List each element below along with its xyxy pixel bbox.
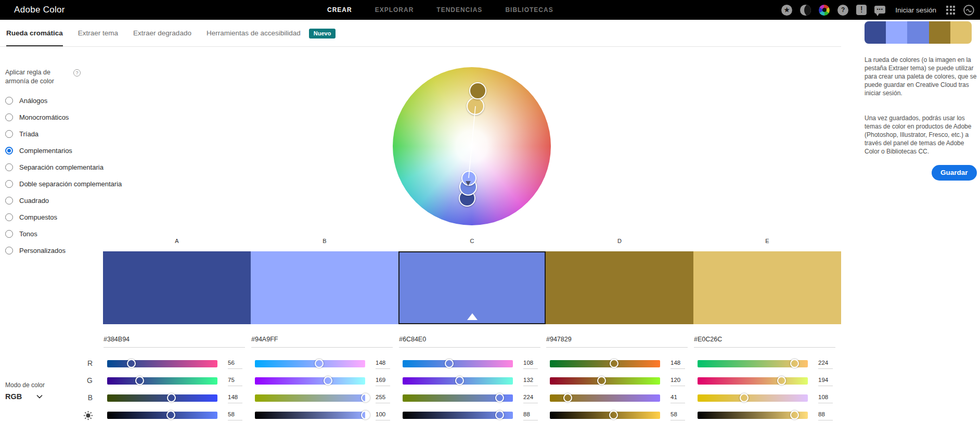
chat-icon[interactable]: ••• xyxy=(874,6,885,14)
harmony-option-separaci-n-complementaria[interactable]: Separación complementaria xyxy=(5,159,122,175)
brightness-slider-handle-A[interactable] xyxy=(166,411,175,419)
app-title[interactable]: Adobe Color xyxy=(14,0,65,20)
brightness-slider-C[interactable] xyxy=(403,412,513,419)
blue-slider-E[interactable] xyxy=(698,394,808,402)
nav-item-tendencias[interactable]: TENDENCIAS xyxy=(436,6,482,14)
radio-button[interactable] xyxy=(5,147,13,155)
red-slider-handle-A[interactable] xyxy=(127,359,136,368)
radio-button[interactable] xyxy=(5,213,13,221)
red-value-C[interactable]: 108 xyxy=(523,360,538,369)
blue-value-E[interactable]: 108 xyxy=(818,394,833,403)
blue-slider-handle-A[interactable] xyxy=(167,393,176,402)
red-slider-A[interactable] xyxy=(107,360,217,367)
brightness-value-B[interactable]: 100 xyxy=(376,411,390,420)
green-slider-handle-D[interactable] xyxy=(597,376,606,385)
color-wheel[interactable] xyxy=(393,67,551,225)
harmony-option-complementarios[interactable]: Complementarios xyxy=(5,142,122,159)
nav-item-bibliotecas[interactable]: BIBLIOTECAS xyxy=(505,6,553,14)
green-slider-A[interactable] xyxy=(107,377,217,385)
hex-input-D[interactable]: #947829 xyxy=(546,336,688,348)
green-value-C[interactable]: 132 xyxy=(523,377,538,386)
radio-button[interactable] xyxy=(5,247,13,254)
red-slider-E[interactable] xyxy=(698,360,808,367)
blue-slider-B[interactable] xyxy=(255,394,365,402)
brightness-slider-E[interactable] xyxy=(698,412,808,419)
wheel-marker-B[interactable] xyxy=(461,171,476,186)
feedback-icon[interactable]: ! xyxy=(856,5,867,15)
radio-button[interactable] xyxy=(5,230,13,238)
blue-slider-handle-E[interactable] xyxy=(740,393,749,402)
swatch-B[interactable] xyxy=(251,251,398,324)
blue-slider-C[interactable] xyxy=(403,394,513,402)
green-slider-handle-A[interactable] xyxy=(135,376,144,385)
red-slider-handle-E[interactable] xyxy=(790,359,799,368)
tab-extraer-degradado[interactable]: Extraer degradado xyxy=(133,20,191,47)
red-slider-handle-C[interactable] xyxy=(445,359,454,368)
swatch-A[interactable] xyxy=(103,251,251,324)
color-mode-select[interactable]: RGB xyxy=(5,392,43,401)
tab-extraer-tema[interactable]: Extraer tema xyxy=(78,20,118,47)
wheel-marker-D[interactable] xyxy=(469,82,486,99)
blue-slider-handle-B[interactable] xyxy=(361,393,370,402)
brightness-value-E[interactable]: 88 xyxy=(818,411,833,420)
blue-slider-D[interactable] xyxy=(550,394,660,402)
radio-button[interactable] xyxy=(5,163,13,171)
radio-button[interactable] xyxy=(5,180,13,188)
hex-input-E[interactable]: #E0C26C xyxy=(694,336,835,348)
brightness-slider-handle-D[interactable] xyxy=(609,411,618,419)
red-slider-handle-D[interactable] xyxy=(610,359,618,368)
wheel-marker-E[interactable] xyxy=(467,97,484,115)
swatch-C[interactable] xyxy=(398,251,546,324)
sign-in-link[interactable]: Iniciar sesión xyxy=(893,6,938,14)
star-icon[interactable]: ★ xyxy=(781,5,792,16)
green-value-D[interactable]: 120 xyxy=(670,377,685,386)
harmony-option-doble-separaci-n-complementaria[interactable]: Doble separación complementaria xyxy=(5,175,122,192)
green-slider-handle-C[interactable] xyxy=(455,376,464,385)
harmony-option-cuadrado[interactable]: Cuadrado xyxy=(5,192,122,209)
help-icon[interactable]: ? xyxy=(837,5,848,16)
harmony-option-compuestos[interactable]: Compuestos xyxy=(5,209,122,225)
contrast-icon[interactable] xyxy=(800,5,811,16)
green-value-E[interactable]: 194 xyxy=(818,377,833,386)
red-value-B[interactable]: 148 xyxy=(376,360,390,369)
brightness-value-D[interactable]: 58 xyxy=(670,411,685,420)
brightness-slider-A[interactable] xyxy=(107,412,217,419)
green-value-B[interactable]: 169 xyxy=(376,377,390,386)
green-slider-D[interactable] xyxy=(550,377,660,385)
radio-button[interactable] xyxy=(5,97,13,105)
radio-button[interactable] xyxy=(5,113,13,121)
brightness-slider-B[interactable] xyxy=(255,412,365,419)
radio-button[interactable] xyxy=(5,130,13,138)
green-slider-handle-E[interactable] xyxy=(777,376,786,385)
hex-input-C[interactable]: #6C84E0 xyxy=(399,336,540,348)
red-value-A[interactable]: 56 xyxy=(228,360,242,369)
harmony-help-icon[interactable]: ? xyxy=(73,69,81,76)
nav-item-crear[interactable]: CREAR xyxy=(327,6,352,14)
radio-button[interactable] xyxy=(5,197,13,205)
harmony-option-tr-ada[interactable]: Tríada xyxy=(5,125,122,142)
brightness-slider-handle-E[interactable] xyxy=(790,411,799,419)
blue-slider-handle-C[interactable] xyxy=(495,393,504,402)
red-slider-B[interactable] xyxy=(255,360,365,367)
green-slider-E[interactable] xyxy=(698,377,808,385)
swatch-D[interactable] xyxy=(546,251,693,324)
hex-input-B[interactable]: #94A9FF xyxy=(251,336,393,348)
green-slider-handle-B[interactable] xyxy=(324,376,332,385)
blue-slider-A[interactable] xyxy=(107,394,217,402)
brightness-slider-D[interactable] xyxy=(550,412,660,419)
brightness-slider-handle-B[interactable] xyxy=(361,411,370,419)
blue-value-B[interactable]: 255 xyxy=(376,394,390,403)
green-slider-C[interactable] xyxy=(403,377,513,385)
blue-value-A[interactable]: 148 xyxy=(228,394,242,403)
save-button[interactable]: Guardar xyxy=(932,165,977,181)
brightness-value-C[interactable]: 88 xyxy=(523,411,538,420)
nav-item-explorar[interactable]: EXPLORAR xyxy=(375,6,414,14)
red-slider-handle-B[interactable] xyxy=(315,359,324,368)
blue-value-D[interactable]: 41 xyxy=(670,394,685,403)
swatch-E[interactable] xyxy=(693,251,841,324)
red-slider-D[interactable] xyxy=(550,360,660,367)
hex-input-A[interactable]: #384B94 xyxy=(104,336,245,348)
brightness-value-A[interactable]: 58 xyxy=(228,411,242,420)
red-slider-C[interactable] xyxy=(403,360,513,367)
brightness-slider-handle-C[interactable] xyxy=(495,411,504,419)
